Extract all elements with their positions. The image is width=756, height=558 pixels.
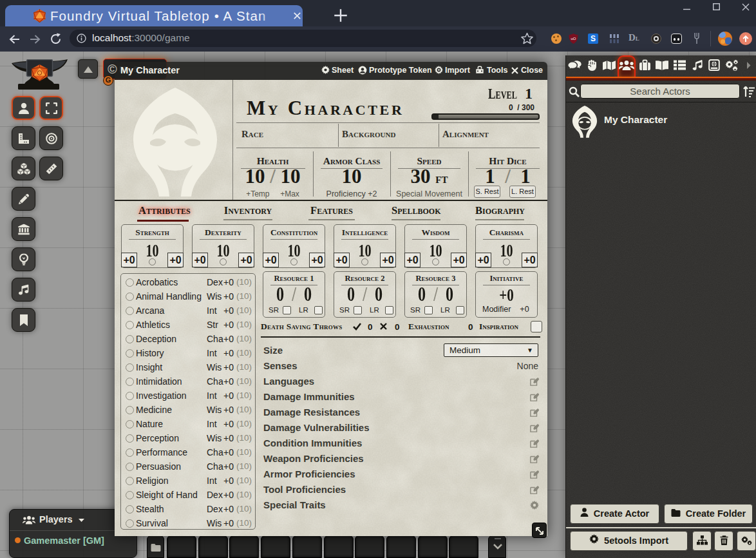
svg-text:uO: uO [571, 37, 576, 41]
